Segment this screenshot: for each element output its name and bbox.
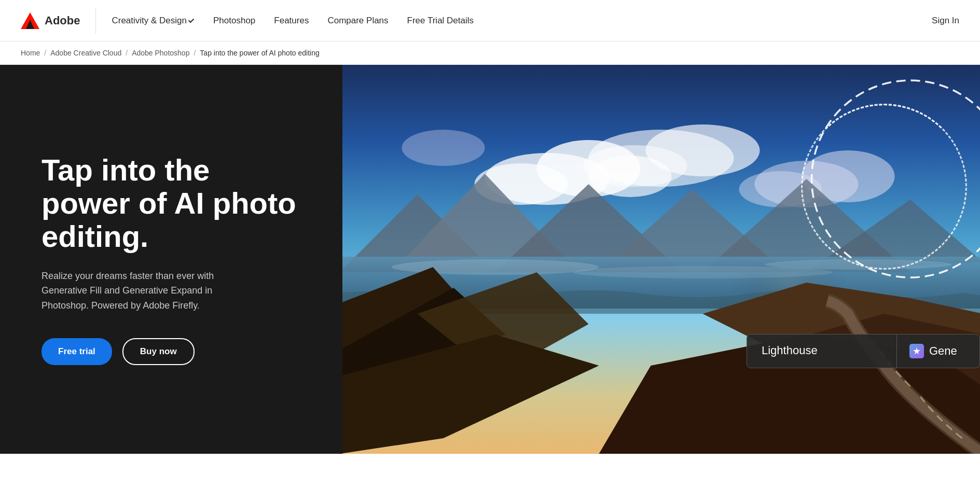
hero-left-panel: Tap into the power of AI photo editing. … [0,65,342,454]
free-trial-button[interactable]: Free trial [42,338,112,365]
generative-fill-input[interactable]: Lighthouse [747,334,897,368]
generative-fill-icon [909,344,924,358]
breadcrumb: Home / Adobe Creative Cloud / Adobe Phot… [0,41,980,65]
nav-divider [95,8,96,34]
breadcrumb-photoshop[interactable]: Adobe Photoshop [132,49,189,57]
breadcrumb-sep-1: / [44,49,46,57]
nav-free-trial-details[interactable]: Free Trial Details [407,16,474,26]
hero-cta-buttons: Free trial Buy now [42,338,301,365]
breadcrumb-home[interactable]: Home [21,49,40,57]
adobe-logo-icon [21,11,39,30]
svg-marker-26 [342,288,506,402]
nav-links: Creativity & Design Photoshop Features C… [112,16,932,26]
nav-photoshop[interactable]: Photoshop [213,16,255,26]
svg-marker-30 [755,314,981,428]
nav-compare-plans[interactable]: Compare Plans [327,16,388,26]
main-nav: Adobe Creativity & Design Photoshop Feat… [0,0,980,41]
generative-fill-selection [801,104,967,270]
buy-now-button[interactable]: Buy now [122,338,195,365]
adobe-logo[interactable]: Adobe [21,11,80,30]
svg-marker-28 [342,334,599,454]
breadcrumb-current-page: Tap into the power of AI photo editing [200,49,319,57]
hero-image-panel: Lighthouse Gene [342,65,980,454]
chevron-down-icon [188,17,194,22]
breadcrumb-sep-3: / [194,49,196,57]
generative-fill-button[interactable]: Gene [897,334,980,368]
hero-section: Tap into the power of AI photo editing. … [0,65,980,454]
hero-heading: Tap into the power of AI photo editing. [42,154,301,253]
signin-link[interactable]: Sign In [932,16,959,26]
adobe-brand-name: Adobe [45,14,80,27]
breadcrumb-sep-2: / [126,49,128,57]
nav-features[interactable]: Features [274,16,309,26]
nav-creativity-design[interactable]: Creativity & Design [112,16,195,26]
generative-fill-ui: Lighthouse Gene [747,334,980,368]
hero-subtext: Realize your dreams faster than ever wit… [42,269,259,313]
generative-fill-label: Gene [929,344,957,358]
breadcrumb-creative-cloud[interactable]: Adobe Creative Cloud [50,49,121,57]
